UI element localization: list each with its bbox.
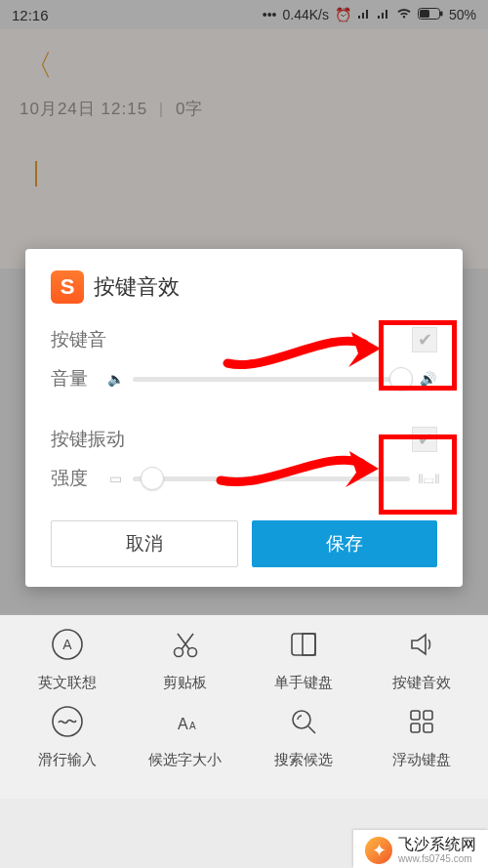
svg-point-12	[293, 711, 310, 728]
grid-item-swipe[interactable]: 滑行输入	[10, 702, 123, 769]
one-hand-icon	[284, 625, 323, 664]
speaker-icon	[402, 625, 441, 664]
vibrate-low-icon: ▭	[105, 471, 125, 486]
watermark: ✦ 飞沙系统网 www.fs0745.com	[353, 830, 488, 868]
font-size-icon: AA	[166, 702, 205, 741]
grid-item-search[interactable]: 搜索候选	[246, 702, 359, 769]
grid-label: 单手键盘	[274, 674, 333, 692]
intensity-slider[interactable]	[133, 476, 410, 481]
vibrate-toggle-row: 按键振动 ✔	[51, 427, 437, 452]
dialog-buttons: 取消 保存	[51, 520, 437, 567]
grid-item-clipboard[interactable]: 剪贴板	[128, 625, 241, 692]
watermark-url: www.fs0745.com	[398, 853, 476, 864]
svg-rect-16	[424, 723, 432, 732]
grid-item-onehand[interactable]: 单手键盘	[246, 625, 359, 692]
grid-label: 候选字大小	[148, 751, 222, 769]
vibrate-checkbox[interactable]: ✔	[412, 427, 437, 452]
sound-settings-dialog: S 按键音效 按键音 ✔ 音量 🔈 🔊 按键振动 ✔ 强度 ▭ ⦀▭⦀ 取消	[25, 249, 463, 587]
save-button[interactable]: 保存	[252, 520, 437, 567]
grid-item-floating[interactable]: 浮动键盘	[364, 702, 477, 769]
circle-a-icon: A	[48, 625, 87, 664]
volume-label: 音量	[51, 366, 98, 392]
intensity-label: 强度	[51, 466, 98, 491]
volume-high-icon: 🔊	[418, 371, 437, 387]
sound-label: 按键音	[51, 327, 106, 352]
check-icon: ✔	[418, 329, 432, 351]
dialog-header: S 按键音效	[51, 270, 437, 304]
keyboard-settings-grid: A 英文联想 剪贴板 单手键盘 按键音效 滑行输入	[0, 613, 488, 799]
volume-slider[interactable]	[133, 377, 410, 382]
grid-label: 英文联想	[38, 674, 97, 692]
sound-toggle-row: 按键音 ✔	[51, 327, 437, 352]
grid-label: 剪贴板	[163, 674, 207, 692]
scissors-icon	[166, 625, 205, 664]
sogou-logo-icon: S	[51, 270, 84, 304]
grid-row-1: A 英文联想 剪贴板 单手键盘 按键音效	[8, 625, 480, 692]
cancel-button[interactable]: 取消	[51, 520, 238, 567]
grid-label: 滑行输入	[38, 751, 97, 769]
watermark-title: 飞沙系统网	[398, 836, 476, 853]
vibrate-high-icon: ⦀▭⦀	[418, 471, 437, 487]
volume-slider-row: 音量 🔈 🔊	[51, 366, 437, 392]
svg-rect-8	[303, 634, 315, 655]
svg-rect-14	[424, 711, 432, 720]
svg-rect-7	[292, 634, 315, 655]
sound-checkbox[interactable]: ✔	[412, 327, 437, 352]
intensity-thumb[interactable]	[141, 467, 164, 490]
svg-rect-15	[411, 723, 420, 732]
intensity-slider-row: 强度 ▭ ⦀▭⦀	[51, 466, 437, 491]
grid-item-sound[interactable]: 按键音效	[364, 625, 477, 692]
grid-label: 浮动键盘	[392, 751, 451, 769]
watermark-logo-icon: ✦	[365, 837, 392, 864]
svg-rect-13	[411, 711, 420, 720]
wave-circle-icon	[48, 702, 87, 741]
search-icon	[284, 702, 323, 741]
volume-thumb[interactable]	[389, 367, 413, 391]
svg-text:A: A	[189, 721, 196, 731]
grid-row-2: 滑行输入 AA 候选字大小 搜索候选 浮动键盘	[8, 702, 480, 769]
svg-text:A: A	[62, 637, 72, 652]
svg-text:A: A	[178, 716, 188, 732]
volume-low-icon: 🔈	[105, 371, 125, 387]
grid4-icon	[402, 702, 441, 741]
grid-item-fontsize[interactable]: AA 候选字大小	[128, 702, 241, 769]
vibrate-label: 按键振动	[51, 427, 125, 452]
watermark-text: 飞沙系统网 www.fs0745.com	[398, 836, 476, 864]
grid-label: 搜索候选	[274, 751, 333, 769]
grid-label: 按键音效	[392, 674, 451, 692]
grid-item-english-assoc[interactable]: A 英文联想	[10, 625, 123, 692]
check-icon: ✔	[418, 429, 432, 450]
dialog-title: 按键音效	[94, 272, 180, 302]
